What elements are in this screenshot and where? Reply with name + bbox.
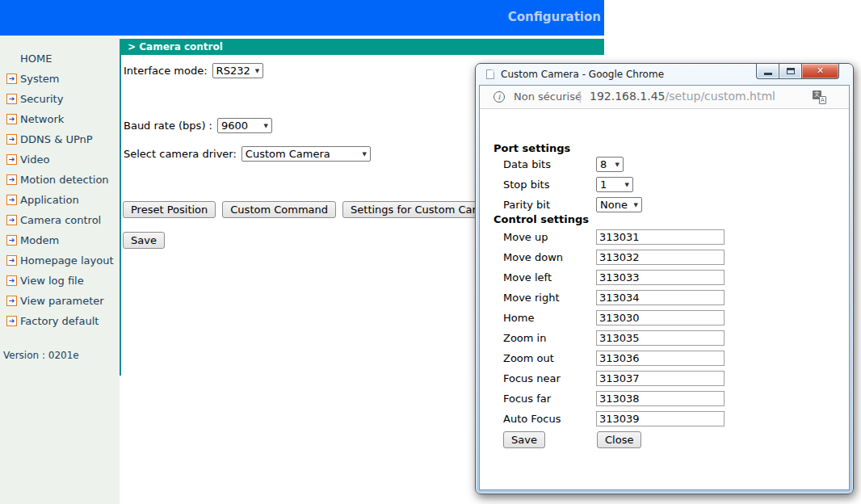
- maximize-icon: [787, 68, 795, 74]
- sidebar-item-security[interactable]: ➔ Security: [0, 89, 120, 109]
- focus-near-input[interactable]: [596, 371, 724, 386]
- baud-rate-select[interactable]: 9600 ▼: [217, 118, 272, 133]
- zoom-in-input[interactable]: [596, 330, 724, 346]
- focus-far-row: Focus far: [480, 391, 849, 409]
- arrow-icon: ➔: [6, 255, 17, 266]
- popup-close-button[interactable]: Close: [597, 431, 641, 448]
- control-settings-heading: Control settings: [494, 213, 589, 225]
- sidebar-item-motion-detection[interactable]: ➔ Motion detection: [0, 170, 120, 190]
- window-controls: ✕: [756, 64, 839, 79]
- zoom-out-row: Zoom out: [480, 351, 849, 368]
- info-icon[interactable]: i: [494, 91, 505, 103]
- popup-window-title: Custom Camera - Google Chrome: [501, 69, 664, 80]
- move-right-label: Move right: [503, 292, 560, 304]
- data-bits-select[interactable]: 8 ▼: [596, 157, 624, 172]
- data-bits-row: Data bits 8 ▼: [480, 157, 849, 174]
- minimize-icon: [764, 73, 772, 75]
- save-button[interactable]: Save: [123, 232, 165, 249]
- camera-driver-label: Select camera driver:: [124, 148, 237, 160]
- arrow-icon: ➔: [6, 94, 17, 104]
- auto-focus-row: Auto Focus: [480, 411, 849, 429]
- sidebar-item-view-parameter[interactable]: ➔ View parameter: [0, 291, 120, 311]
- section-header: > Camera control: [120, 39, 604, 55]
- chevron-down-icon: ▼: [264, 123, 268, 129]
- address-bar[interactable]: i Non sécurisé | 192.168.1.45/setup/cust…: [480, 86, 849, 109]
- arrow-icon: ➔: [6, 134, 17, 145]
- firmware-version: Version : 0201e: [3, 350, 79, 361]
- minimize-button[interactable]: [756, 64, 779, 79]
- chevron-down-icon: ▼: [625, 182, 629, 188]
- stop-bits-label: Stop bits: [503, 178, 549, 191]
- focus-far-label: Focus far: [503, 393, 551, 405]
- security-status-label: Non sécurisé: [514, 90, 582, 103]
- sidebar-item-factory-default[interactable]: ➔ Factory default: [0, 311, 120, 331]
- home-input[interactable]: [596, 310, 724, 326]
- preset-position-button[interactable]: Preset Position: [123, 201, 216, 218]
- interface-mode-select[interactable]: RS232 ▼: [212, 63, 263, 78]
- close-button[interactable]: ✕: [801, 64, 839, 79]
- chevron-down-icon: ▼: [615, 162, 620, 168]
- maximize-button[interactable]: [779, 64, 802, 79]
- address-divider: |: [578, 90, 582, 103]
- sidebar-item-ddns-upnp[interactable]: ➔ DDNS & UPnP: [0, 129, 120, 149]
- move-left-row: Move left: [480, 270, 849, 288]
- home-label: Home: [503, 312, 534, 324]
- zoom-out-input[interactable]: [596, 351, 724, 366]
- sidebar: HOME ➔ System ➔ Security ➔ Network ➔ DDN…: [0, 36, 120, 504]
- popup-save-button[interactable]: Save: [503, 431, 545, 448]
- move-left-label: Move left: [503, 271, 552, 284]
- auto-focus-input[interactable]: [596, 411, 724, 426]
- stop-bits-select[interactable]: 1 ▼: [596, 177, 633, 192]
- move-up-row: Move up: [480, 229, 849, 247]
- move-down-input[interactable]: [596, 250, 724, 265]
- data-bits-label: Data bits: [503, 158, 551, 170]
- baud-rate-label: Baud rate (bps) :: [124, 120, 212, 132]
- focus-far-input[interactable]: [596, 391, 724, 406]
- arrow-icon: ➔: [6, 316, 17, 326]
- arrow-icon: ➔: [6, 154, 17, 165]
- custom-command-button[interactable]: Custom Command: [222, 201, 336, 218]
- zoom-in-row: Zoom in: [480, 330, 849, 348]
- move-right-input[interactable]: [596, 290, 724, 305]
- sidebar-item-system[interactable]: ➔ System: [0, 69, 120, 89]
- chevron-down-icon: ▼: [255, 68, 259, 74]
- sidebar-item-modem[interactable]: ➔ Modem: [0, 230, 120, 250]
- chevron-down-icon: ▼: [634, 202, 638, 208]
- zoom-in-label: Zoom in: [503, 332, 546, 344]
- move-right-row: Move right: [480, 290, 849, 308]
- sidebar-item-application[interactable]: ➔ Application: [0, 190, 120, 210]
- move-up-input[interactable]: [596, 229, 724, 245]
- arrow-icon: ➔: [6, 114, 17, 124]
- parity-bit-select[interactable]: None ▼: [596, 197, 642, 212]
- sidebar-nav: HOME ➔ System ➔ Security ➔ Network ➔ DDN…: [0, 48, 120, 331]
- sidebar-item-video[interactable]: ➔ Video: [0, 149, 120, 170]
- custom-camera-popup-window: Custom Camera - Google Chrome ✕ i Non sé…: [475, 63, 854, 494]
- move-down-label: Move down: [503, 251, 563, 263]
- sidebar-item-home[interactable]: HOME: [0, 48, 120, 69]
- move-up-label: Move up: [503, 231, 548, 243]
- sidebar-item-view-log-file[interactable]: ➔ View log file: [0, 271, 120, 291]
- home-row: Home: [480, 310, 849, 328]
- translate-icon[interactable]: 文 A: [813, 90, 826, 104]
- focus-near-label: Focus near: [503, 372, 561, 384]
- sidebar-item-camera-control[interactable]: ➔ Camera control: [0, 210, 120, 230]
- top-banner: Configuration: [0, 0, 604, 36]
- parity-bit-row: Parity bit None ▼: [480, 197, 849, 215]
- stop-bits-row: Stop bits 1 ▼: [480, 177, 849, 195]
- configuration-title: Configuration: [508, 10, 601, 24]
- url-text[interactable]: 192.168.1.45/setup/custom.html: [590, 90, 775, 103]
- zoom-out-label: Zoom out: [503, 352, 554, 364]
- arrow-icon: ➔: [6, 215, 17, 225]
- camera-driver-select[interactable]: Custom Camera ▼: [242, 146, 371, 162]
- arrow-icon: ➔: [6, 74, 17, 84]
- arrow-icon: ➔: [6, 235, 17, 246]
- sidebar-item-homepage-layout[interactable]: ➔ Homepage layout: [0, 250, 120, 271]
- chevron-down-icon: ▼: [362, 151, 366, 158]
- sidebar-item-network[interactable]: ➔ Network: [0, 109, 120, 129]
- arrow-icon: ➔: [6, 174, 17, 185]
- arrow-icon: ➔: [6, 195, 17, 205]
- sidebar-divider: [120, 39, 121, 376]
- move-left-input[interactable]: [596, 270, 724, 285]
- arrow-icon: ➔: [6, 296, 17, 306]
- popup-body: i Non sécurisé | 192.168.1.45/setup/cust…: [479, 85, 850, 490]
